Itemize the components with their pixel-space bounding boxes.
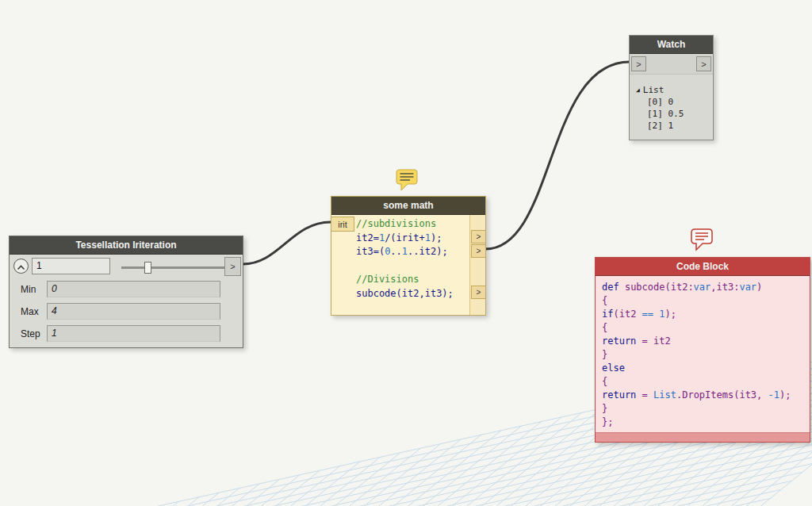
node-code-block[interactable]: Code Block def subcode(it2:var,it3:var){… bbox=[595, 257, 810, 443]
slider-bottom-padding bbox=[10, 345, 243, 347]
code-line: return = List.DropItems(it3, -1); bbox=[602, 389, 803, 402]
note-icon[interactable] bbox=[396, 169, 418, 193]
code-line: //Divisions bbox=[356, 273, 469, 287]
code-line: { bbox=[602, 321, 803, 335]
slider-main-row: 1 > bbox=[10, 255, 243, 278]
wire-math-to-watch[interactable] bbox=[485, 62, 630, 249]
code-line: it3=(0..1..it2); bbox=[356, 245, 469, 259]
tree-expander-icon[interactable]: ◢ bbox=[636, 86, 640, 94]
slider-min-row: Min 0 bbox=[10, 278, 243, 301]
math-output-strip: > > > bbox=[469, 215, 485, 315]
code-line: { bbox=[602, 375, 803, 389]
math-node-header[interactable]: some math bbox=[331, 197, 485, 215]
slider-node-header[interactable]: Tessellation Iriteration bbox=[10, 236, 243, 255]
watch-list-item: [1] 0.5 bbox=[636, 108, 710, 120]
code-line: //subdivisions bbox=[356, 217, 469, 232]
min-input[interactable]: 0 bbox=[47, 281, 220, 297]
step-label: Step bbox=[21, 328, 40, 339]
min-label: Min bbox=[21, 284, 36, 295]
slider-step-row: Step 1 bbox=[10, 323, 243, 345]
max-input[interactable]: 4 bbox=[47, 303, 220, 320]
slider-node-title: Tessellation Iriteration bbox=[75, 240, 176, 251]
math-code-editor[interactable]: //subdivisionsit2=1/(irit+1);it3=(0..1..… bbox=[356, 217, 469, 301]
watch-tree-root: ◢List bbox=[636, 84, 710, 96]
watch-list: ◢List [0] 0 [1] 0.5 [2] 1 bbox=[630, 75, 713, 140]
collapse-button[interactable] bbox=[13, 259, 29, 274]
math-node-title: some math bbox=[383, 200, 433, 211]
code-line: return = it2 bbox=[602, 335, 803, 348]
watch-node-header[interactable]: Watch bbox=[630, 36, 713, 54]
code-line: } bbox=[602, 402, 803, 416]
watch-root-label: List bbox=[643, 85, 665, 95]
code-block-editor[interactable]: def subcode(it2:var,it3:var){if(it2 == 1… bbox=[596, 276, 810, 432]
max-label: Max bbox=[21, 306, 39, 317]
math-node-body: irit //subdivisionsit2=1/(irit+1);it3=(0… bbox=[331, 215, 485, 315]
math-output-port-it3[interactable]: > bbox=[471, 244, 486, 258]
chevron-up-icon bbox=[17, 259, 25, 274]
math-output-port-it2[interactable]: > bbox=[471, 230, 486, 243]
code-block-bottom-strip bbox=[596, 432, 810, 442]
code-line: it2=1/(irit+1); bbox=[356, 232, 469, 246]
node-tessellation-slider[interactable]: Tessellation Iriteration 1 > Min 0 Max 4… bbox=[9, 236, 243, 348]
code-line: else bbox=[602, 362, 803, 375]
math-input-port-irit[interactable]: irit bbox=[331, 217, 354, 232]
code-line: }; bbox=[602, 416, 803, 429]
code-line: def subcode(it2:var,it3:var) bbox=[602, 281, 803, 294]
code-line: subcode(it2,it3); bbox=[356, 287, 469, 301]
code-line: } bbox=[602, 348, 803, 362]
code-line bbox=[356, 259, 469, 274]
watch-list-item: [2] 1 bbox=[636, 120, 710, 132]
watch-output-port[interactable]: > bbox=[696, 56, 711, 71]
watch-port-row: > > bbox=[630, 54, 713, 75]
code-block-title: Code Block bbox=[676, 261, 729, 272]
code-line: { bbox=[602, 294, 803, 308]
slider-max-row: Max 4 bbox=[10, 301, 243, 323]
node-watch[interactable]: Watch > > ◢List [0] 0 [1] 0.5 [2] 1 bbox=[629, 35, 714, 140]
slider-output-port[interactable]: > bbox=[224, 257, 241, 276]
watch-list-item: [0] 0 bbox=[636, 96, 710, 108]
watch-input-port[interactable]: > bbox=[631, 56, 646, 71]
slider-value-input[interactable]: 1 bbox=[32, 258, 110, 274]
math-output-port-subcode[interactable]: > bbox=[471, 286, 486, 299]
watch-node-title: Watch bbox=[657, 39, 686, 50]
wire-slider-to-math[interactable] bbox=[243, 222, 331, 264]
node-some-math[interactable]: some math irit //subdivisionsit2=1/(irit… bbox=[331, 196, 486, 316]
code-line: if(it2 == 1); bbox=[602, 308, 803, 321]
step-input[interactable]: 1 bbox=[47, 325, 220, 342]
slider-track[interactable] bbox=[121, 266, 228, 269]
dynamo-workspace-canvas[interactable]: Tessellation Iriteration 1 > Min 0 Max 4… bbox=[0, 0, 812, 506]
code-block-header[interactable]: Code Block bbox=[596, 258, 810, 276]
note-icon[interactable] bbox=[691, 228, 713, 252]
slider-thumb[interactable] bbox=[144, 262, 151, 274]
